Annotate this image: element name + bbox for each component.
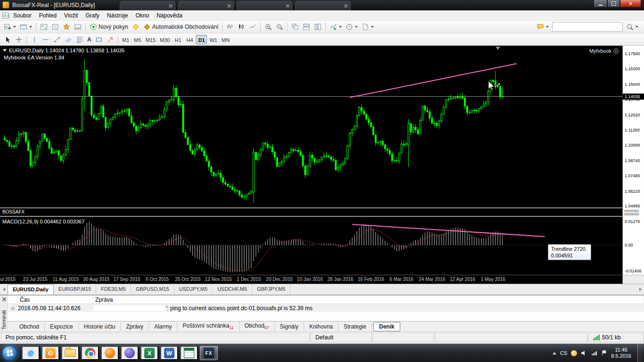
- internet-explorer-icon[interactable]: [22, 346, 40, 360]
- community-button[interactable]: [535, 22, 551, 32]
- maximize-button[interactable]: [607, 0, 620, 8]
- tray-network-icon[interactable]: [591, 350, 598, 356]
- zoom-in-button[interactable]: [263, 22, 274, 32]
- search-input[interactable]: [552, 22, 623, 32]
- menu-item-0[interactable]: Soubor: [9, 10, 35, 21]
- data-window-button[interactable]: [50, 22, 61, 32]
- background-browser-tab[interactable]: [178, 1, 234, 10]
- taskbar-clock[interactable]: 11:45 8.5.2016: [611, 347, 631, 359]
- tab-close-icon[interactable]: [285, 4, 289, 8]
- outlook-icon[interactable]: [41, 346, 59, 360]
- menu-item-1[interactable]: Pohled: [35, 10, 60, 21]
- macd-indicator-pane[interactable]: [0, 217, 622, 275]
- metaeditor-button[interactable]: [130, 22, 141, 32]
- timeframe-m15[interactable]: M15: [144, 35, 157, 44]
- timeframe-d1[interactable]: D1: [196, 35, 207, 44]
- tile-vertical-button[interactable]: [312, 22, 323, 32]
- minimize-button[interactable]: [594, 0, 607, 8]
- timeframe-w1[interactable]: W1: [207, 35, 219, 44]
- chart-tab-5[interactable]: USDCHF,M5: [213, 284, 252, 295]
- shapes-tool-button[interactable]: [93, 34, 105, 45]
- chart-tab-6[interactable]: GBPJPY,M5: [252, 284, 290, 295]
- status-profile[interactable]: Default: [311, 333, 372, 342]
- menu-item-4[interactable]: Nástroje: [103, 10, 132, 21]
- terminal-tab-9[interactable]: Strategie: [339, 322, 372, 331]
- menu-item-2[interactable]: Vložit: [60, 10, 82, 21]
- timeframe-m30[interactable]: M30: [158, 35, 172, 44]
- language-indicator[interactable]: CS: [560, 350, 567, 356]
- chart-tab-4[interactable]: USDJPY,M5: [174, 284, 213, 295]
- terminal-tab-1[interactable]: Expozice: [45, 322, 79, 331]
- chart-tab-3[interactable]: GBPUSD,M15: [131, 284, 174, 295]
- market-watch-button[interactable]: [38, 22, 50, 32]
- excel-icon[interactable]: [140, 346, 158, 360]
- timeframe-m5[interactable]: M5: [132, 35, 143, 44]
- chart-line-button[interactable]: [247, 22, 258, 32]
- trendline-tool-button[interactable]: [51, 34, 63, 45]
- orange-app-icon[interactable]: [101, 346, 119, 360]
- fibonacci-tool-button[interactable]: [74, 34, 85, 45]
- horizontal-line-tool-button[interactable]: [40, 34, 51, 45]
- chart-candles-button[interactable]: [236, 22, 247, 32]
- price-axis[interactable]: 1.175601.163001.150401.137801.125201.112…: [622, 46, 644, 284]
- tray-action-center-icon[interactable]: [602, 350, 607, 356]
- chart-tab-1[interactable]: EURGBP,M15: [54, 284, 97, 295]
- new-order-button[interactable]: Nový pokyn: [88, 22, 130, 32]
- tab-close-icon[interactable]: [227, 4, 231, 8]
- chart-bars-button[interactable]: [224, 22, 236, 32]
- tile-cascade-button[interactable]: [289, 22, 301, 32]
- tray-notification-icon[interactable]: [571, 350, 577, 356]
- chart-tab-0[interactable]: EURUSD,Daily: [8, 284, 54, 295]
- background-browser-tab[interactable]: [295, 1, 351, 10]
- terminal-tab-6[interactable]: Obchod57: [239, 321, 275, 331]
- terminal-tab-3[interactable]: Zprávy: [121, 322, 149, 331]
- cursor-tool-button[interactable]: [2, 34, 13, 45]
- price-chart[interactable]: [0, 46, 622, 207]
- terminal-tab-4[interactable]: Alarmy: [149, 322, 177, 331]
- channel-tool-button[interactable]: [63, 34, 74, 45]
- background-browser-tab[interactable]: [120, 1, 175, 10]
- terminal-tab-2[interactable]: Historie účtu: [79, 322, 121, 331]
- tray-expand-icon[interactable]: [553, 352, 556, 354]
- new-chart-button[interactable]: [2, 22, 18, 32]
- indicators-button[interactable]: [328, 22, 344, 32]
- timeframe-h1[interactable]: H1: [172, 35, 183, 44]
- terminal-tab-7[interactable]: Signály: [275, 322, 304, 331]
- terminal-close-icon[interactable]: [1, 297, 6, 302]
- arrows-tool-button[interactable]: [105, 34, 116, 45]
- terminal-tab-5[interactable]: Poštovní schránka11: [177, 321, 239, 331]
- chart-tab-2[interactable]: FDE30,M5: [96, 284, 131, 295]
- profiles-button[interactable]: [18, 22, 34, 32]
- time-axis[interactable]: 5 Jul 201523 Jul 201511 Aug 201530 Aug 2…: [0, 275, 622, 284]
- file-explorer-icon[interactable]: [61, 346, 79, 360]
- zoom-out-button[interactable]: [274, 22, 285, 32]
- menu-item-3[interactable]: Grafy: [82, 10, 103, 21]
- terminal-tab-10[interactable]: Deník: [373, 322, 400, 331]
- timeframe-m1[interactable]: M1: [120, 35, 132, 44]
- autotrading-button[interactable]: Automatické Obchodování: [141, 22, 221, 32]
- timeframe-mn[interactable]: MN: [220, 35, 231, 44]
- vertical-line-tool-button[interactable]: [29, 34, 40, 45]
- chrome-icon[interactable]: [81, 346, 99, 360]
- tabs-scroll-left-button[interactable]: [0, 284, 8, 295]
- terminal-tab-8[interactable]: Knihovna: [304, 322, 339, 331]
- tab-close-icon[interactable]: [168, 4, 173, 8]
- text-tool-button[interactable]: [85, 34, 93, 45]
- background-browser-tab[interactable]: [237, 1, 292, 10]
- show-desktop-button[interactable]: [637, 344, 643, 362]
- metatrader-taskbar-icon[interactable]: [200, 346, 218, 360]
- tab-close-icon[interactable]: [344, 4, 348, 8]
- start-button[interactable]: [2, 346, 17, 361]
- tray-volume-icon[interactable]: [581, 350, 587, 356]
- terminal-panel-button[interactable]: [72, 22, 83, 32]
- close-button[interactable]: [620, 0, 641, 8]
- templates-button[interactable]: [360, 22, 376, 32]
- tabs-scroll-right-button[interactable]: [636, 284, 644, 295]
- journal-row[interactable]: 2016.05.08 11:44:10.626': ping to curren…: [8, 304, 644, 312]
- menu-item-6[interactable]: Nápověda: [153, 10, 186, 21]
- timeframe-h4[interactable]: H4: [184, 35, 195, 44]
- menu-item-5[interactable]: Okno: [132, 10, 153, 21]
- periods-button[interactable]: [344, 22, 360, 32]
- search-button[interactable]: [624, 22, 640, 32]
- bossafx-subwindow[interactable]: BOSSAFX: [0, 208, 622, 216]
